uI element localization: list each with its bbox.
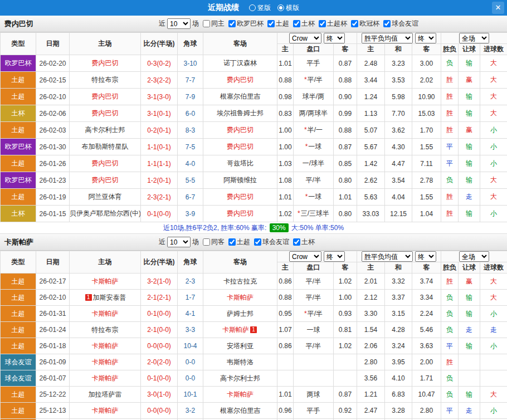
match-row: 土超26-01-26费内巴切1-1(1-1)4-0哥兹塔比1.03一/球半0.8… <box>1 155 507 172</box>
score-cell: 0-0(0-0) <box>141 338 178 354</box>
league-filter-checkbox[interactable] <box>254 238 261 246</box>
handicap-cell: *平/半 <box>294 306 334 322</box>
odds-final-select[interactable]: 终 <box>324 33 345 43</box>
radio-label: 竖版 <box>257 3 271 13</box>
league-filter-checkbox[interactable] <box>228 238 236 246</box>
league-cell: 土超 <box>1 338 36 354</box>
view-radio-vertical[interactable]: 竖版 <box>249 3 271 13</box>
league-filter-checkbox[interactable] <box>319 20 326 27</box>
match-count-select[interactable]: 10 <box>167 18 191 29</box>
team-label: 费内巴切 <box>227 126 254 134</box>
scope-select[interactable]: 全场 <box>459 33 489 43</box>
corner-cell: 1-7 <box>178 290 203 306</box>
odds-source-select[interactable]: Crow <box>289 251 321 262</box>
avg-type-select[interactable]: 胜平负均值 <box>362 251 413 262</box>
avg-away-cell: 3.63 <box>412 338 441 354</box>
league-filter-checkbox[interactable] <box>267 20 275 27</box>
league-cell: 土超 <box>1 155 36 172</box>
date-cell: 26-02-15 <box>36 72 70 89</box>
avg-type-select[interactable]: 胜平负均值 <box>362 33 413 43</box>
handicap-result-cell: 输 <box>459 139 480 155</box>
favorite-marker: * <box>305 193 308 201</box>
odds-final-select[interactable]: 终 <box>324 251 345 262</box>
wdl-result-cell: 胜 <box>441 89 459 105</box>
avg-draw-cell: 3.53 <box>385 72 412 89</box>
league-filter-checkbox[interactable] <box>351 20 358 27</box>
corner-cell: 3-9 <box>178 206 203 222</box>
score-cell: 2-1(2-1) <box>141 290 178 306</box>
handicap-result-cell: 赢 <box>459 72 480 89</box>
avg-draw-cell: 4.04 <box>385 189 412 206</box>
away-team-cell: 费内巴切 <box>203 139 277 155</box>
scope-select[interactable]: 全场 <box>459 251 489 262</box>
wdl-result-cell: 平 <box>441 403 459 419</box>
handicap-cell: 两/两球半 <box>294 105 334 122</box>
score-cell: 3-1(3-0) <box>141 89 178 105</box>
team-label: 卡斯帕萨 <box>92 374 119 382</box>
close-button[interactable]: ✕ <box>492 2 504 14</box>
same-venue-label: 同客 <box>211 237 225 247</box>
goal-result-cell: 小 <box>480 122 507 139</box>
team-label: 卡斯帕萨 <box>92 358 119 366</box>
league-cell: 欧罗巴杯 <box>1 55 36 72</box>
away-team-cell: 卡斯帕萨1 <box>203 322 277 338</box>
league-filter-checkbox[interactable] <box>293 238 300 246</box>
avg-final-select[interactable]: 终 <box>415 251 436 262</box>
view-radio-horizontal[interactable]: 横版 <box>277 3 299 13</box>
wdl-result-cell: 负 <box>441 306 459 322</box>
date-cell: 26-02-17 <box>36 274 70 290</box>
wdl-result-cell: 负 <box>441 290 459 306</box>
same-venue-checkbox[interactable] <box>203 20 210 27</box>
handicap-result-cell <box>459 354 480 370</box>
avg-home-cell: 5.63 <box>357 189 385 206</box>
sub-col-header: 主 <box>357 262 385 274</box>
wdl-result-cell: 负 <box>441 370 459 387</box>
titlebar: 近期战绩 竖版横版 ✕ <box>0 0 507 16</box>
avg-home-cell: 1.54 <box>357 322 385 338</box>
goal-result-cell: 小 <box>480 139 507 155</box>
home-odds-cell: 1.01 <box>277 55 294 72</box>
handicap-result-cell: 走 <box>459 322 480 338</box>
avg-home-cell: 3.56 <box>357 370 385 387</box>
goal-result-cell <box>480 354 507 370</box>
team-label: 加斯安泰普 <box>93 294 126 301</box>
handicap-result-cell: 输 <box>459 387 480 403</box>
favorite-marker: * <box>298 209 300 217</box>
col-header: 主场 <box>70 251 141 274</box>
league-filter-checkbox[interactable] <box>228 20 236 27</box>
near-label: 近 <box>159 19 165 28</box>
away-odds-cell: 0.99 <box>334 105 357 122</box>
home-odds-cell: 1.03 <box>277 155 294 172</box>
avg-home-cell: 5.07 <box>357 122 385 139</box>
home-team-cell: 卡斯帕萨 <box>70 370 141 387</box>
match-row: 土超26-01-24特拉布宗2-1(0-0)3-3卡斯帕萨11.07一球0.81… <box>1 322 507 338</box>
win-rate-badge: 30% <box>270 223 289 232</box>
score-cell: 2-3(2-1) <box>141 189 178 206</box>
league-filter-checkbox[interactable] <box>293 20 300 27</box>
league-filter-checkbox[interactable] <box>383 20 391 27</box>
avg-draw-cell: 3.32 <box>385 274 412 290</box>
team-label: 费内巴切 <box>92 59 119 67</box>
wdl-result-cell: 胜 <box>441 354 459 370</box>
avg-draw-cell: 4.28 <box>385 322 412 338</box>
view-toggle: 竖版横版 <box>242 3 299 13</box>
league-cell: 欧罗巴杯 <box>1 172 36 189</box>
odds-source-select[interactable]: Crow <box>289 33 321 43</box>
corner-cell: 0-0 <box>178 370 203 387</box>
avg-away-cell: 15.03 <box>412 105 441 122</box>
team-label: 费内巴切 <box>227 143 254 150</box>
red-card-badge: 1 <box>85 294 92 301</box>
home-odds-cell: 0.86 <box>277 338 294 354</box>
team-label: 卡斯帕萨 <box>92 407 119 414</box>
goal-result-cell: 小 <box>480 403 507 419</box>
team-label: 根塞尔伯里吉 <box>220 407 260 414</box>
league-cell: 土超 <box>1 306 36 322</box>
home-odds-cell: 0.98 <box>277 89 294 105</box>
avg-final-select[interactable]: 终 <box>415 33 436 43</box>
filter-bar: 近10场同客土超球会友谊土杯 <box>159 237 315 247</box>
away-odds-cell: 0.87 <box>334 139 357 155</box>
home-odds-cell: 1.02 <box>277 206 294 222</box>
col-header: 比分(半场) <box>141 33 178 55</box>
same-venue-checkbox[interactable] <box>203 238 210 246</box>
match-count-select[interactable]: 10 <box>167 237 191 247</box>
